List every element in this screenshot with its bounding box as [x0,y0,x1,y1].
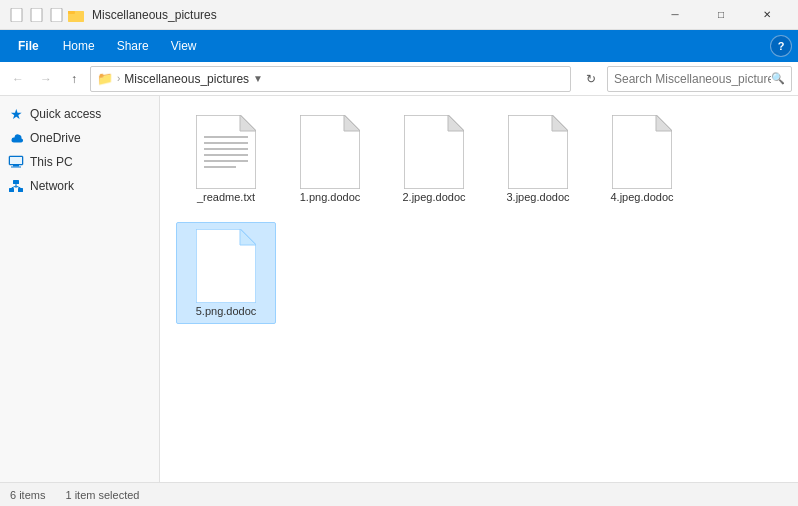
title-bar: Miscellaneous_pictures ─ □ ✕ [0,0,798,30]
maximize-button[interactable]: □ [698,0,744,30]
file-icon-1 [300,115,360,189]
path-arrow: › [117,73,120,84]
cloud-icon [8,130,24,146]
svg-marker-27 [448,115,464,131]
svg-marker-25 [344,115,360,131]
blank-icon-2 [48,7,64,23]
help-button[interactable]: ? [770,35,792,57]
file-icon-4 [612,115,672,189]
blank-icon-1 [28,7,44,23]
file-item-3[interactable]: 3.jpeg.dodoc [488,108,588,210]
file-icon-3 [508,115,568,189]
svg-rect-10 [13,180,19,184]
address-bar: ← → ↑ 📁 › Miscellaneous_pictures ▼ ↻ 🔍 [0,62,798,96]
svg-rect-9 [11,167,21,168]
svg-marker-31 [656,115,672,131]
file-label-1: 1.png.dodoc [300,191,361,203]
file-icon-small [8,7,24,23]
title-bar-icons [8,7,84,23]
file-item-2[interactable]: 2.jpeg.dodoc [384,108,484,210]
svg-rect-11 [9,188,14,192]
svg-rect-8 [13,165,19,167]
file-label-5: 5.png.dodoc [196,305,257,317]
svg-marker-33 [240,229,256,245]
svg-marker-29 [552,115,568,131]
forward-button[interactable]: → [34,67,58,91]
file-label-4: 4.jpeg.dodoc [611,191,674,203]
search-input[interactable] [614,72,771,86]
up-button[interactable]: ↑ [62,67,86,91]
file-label-3: 3.jpeg.dodoc [507,191,570,203]
svg-rect-2 [51,8,62,22]
svg-line-15 [16,186,21,188]
sidebar-label-this-pc: This PC [30,155,73,169]
svg-rect-1 [31,8,42,22]
svg-rect-7 [10,157,22,164]
refresh-button[interactable]: ↻ [579,67,603,91]
ribbon-home-tab[interactable]: Home [53,30,105,62]
minimize-button[interactable]: ─ [652,0,698,30]
svg-marker-17 [240,115,256,131]
status-selected: 1 item selected [65,489,139,501]
back-button[interactable]: ← [6,67,30,91]
search-icon: 🔍 [771,72,785,85]
path-text: Miscellaneous_pictures [124,72,249,86]
sidebar-label-quick-access: Quick access [30,107,101,121]
window-title: Miscellaneous_pictures [92,8,652,22]
file-icon-readme [196,115,256,189]
path-dropdown-icon[interactable]: ▼ [253,73,263,84]
main-layout: ★ Quick access OneDrive This PC [0,96,798,482]
file-label-2: 2.jpeg.dodoc [403,191,466,203]
folder-title-icon [68,7,84,23]
svg-rect-5 [68,11,84,22]
status-item-count: 6 items [10,489,45,501]
svg-rect-0 [11,8,22,22]
file-item-5[interactable]: 5.png.dodoc [176,222,276,324]
star-icon: ★ [8,106,24,122]
sidebar-item-this-pc[interactable]: This PC [0,150,159,174]
status-bar: 6 items 1 item selected [0,482,798,506]
search-box[interactable]: 🔍 [607,66,792,92]
ribbon-file-tab[interactable]: File [6,30,51,62]
file-icon-2 [404,115,464,189]
file-item-readme[interactable]: _readme.txt [176,108,276,210]
sidebar: ★ Quick access OneDrive This PC [0,96,160,482]
ribbon: File Home Share View ? [0,30,798,62]
sidebar-item-onedrive[interactable]: OneDrive [0,126,159,150]
ribbon-share-tab[interactable]: Share [107,30,159,62]
file-item-4[interactable]: 4.jpeg.dodoc [592,108,692,210]
sidebar-item-network[interactable]: Network [0,174,159,198]
file-item-1[interactable]: 1.png.dodoc [280,108,380,210]
svg-rect-12 [18,188,23,192]
sidebar-label-onedrive: OneDrive [30,131,81,145]
network-icon [8,178,24,194]
ribbon-view-tab[interactable]: View [161,30,207,62]
address-path[interactable]: 📁 › Miscellaneous_pictures ▼ [90,66,571,92]
close-button[interactable]: ✕ [744,0,790,30]
path-folder-icon: 📁 [97,71,113,86]
file-area: _readme.txt 1.png.dodoc 2.jpeg.dodoc [160,96,798,482]
svg-line-14 [12,186,17,188]
window-controls: ─ □ ✕ [652,0,790,30]
file-label-readme: _readme.txt [197,191,255,203]
pc-icon [8,154,24,170]
sidebar-label-network: Network [30,179,74,193]
file-icon-5 [196,229,256,303]
sidebar-item-quick-access[interactable]: ★ Quick access [0,102,159,126]
